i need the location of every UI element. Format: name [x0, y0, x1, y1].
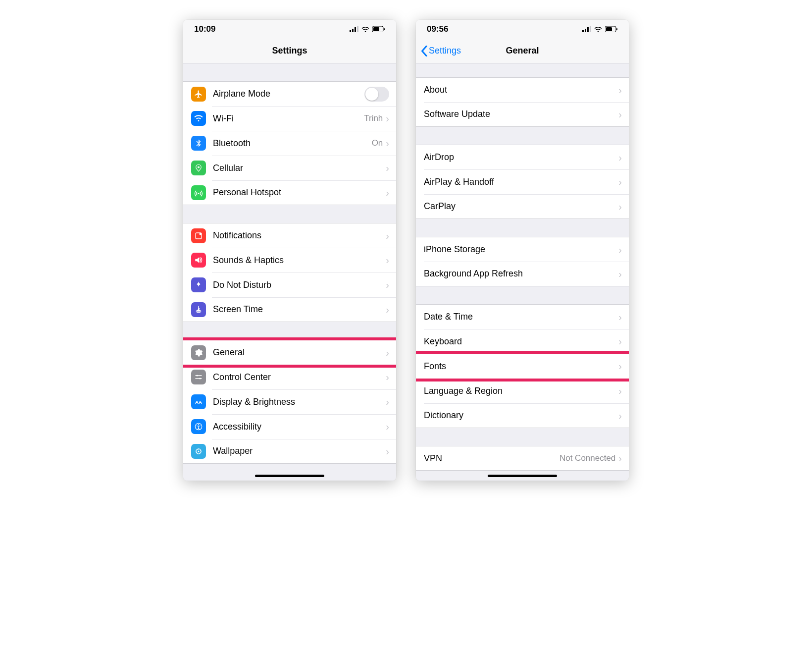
- bluetooth-icon: [191, 136, 206, 151]
- svg-rect-21: [590, 26, 591, 32]
- signal-icon: [350, 26, 358, 32]
- row-separator: [212, 156, 396, 156]
- group-spacer: [183, 63, 396, 81]
- battery-icon: [605, 26, 618, 32]
- row-control-center[interactable]: Control Center›: [183, 365, 396, 389]
- row-screen-time[interactable]: Screen Time›: [183, 297, 396, 322]
- status-indicators: [350, 26, 385, 32]
- row-label: Accessibility: [213, 422, 386, 432]
- status-bar: 09:56: [416, 20, 629, 39]
- wifi-status-icon: [361, 26, 369, 32]
- settings-group: iPhone Storage›Background App Refresh›: [416, 237, 629, 286]
- row-sounds-haptics[interactable]: Sounds & Haptics›: [183, 248, 396, 272]
- row-bluetooth[interactable]: BluetoothOn›: [183, 131, 396, 156]
- row-display-brightness[interactable]: AADisplay & Brightness›: [183, 389, 396, 414]
- row-label: Cellular: [213, 163, 386, 173]
- display-icon: AA: [191, 394, 206, 409]
- controlcenter-icon: [191, 370, 206, 384]
- row-accessibility[interactable]: Accessibility›: [183, 414, 396, 439]
- row-value: On: [372, 138, 383, 148]
- chevron-right-icon: ›: [618, 386, 622, 396]
- sounds-icon: [191, 253, 206, 268]
- svg-rect-3: [357, 26, 358, 32]
- row-label: AirDrop: [424, 152, 618, 163]
- row-separator: [212, 297, 396, 298]
- general-list[interactable]: About›Software Update›AirDrop›AirPlay & …: [416, 63, 629, 481]
- row-separator: [424, 169, 629, 170]
- dnd-icon: [191, 277, 206, 292]
- row-separator: [424, 354, 629, 354]
- toggle-switch[interactable]: [364, 87, 389, 102]
- row-personal-hotspot[interactable]: Personal Hotspot›: [183, 180, 396, 205]
- row-separator: [212, 439, 396, 439]
- row-label: Display & Brightness: [213, 397, 386, 407]
- chevron-right-icon: ›: [386, 348, 389, 358]
- chevron-left-icon: [421, 46, 428, 56]
- row-separator: [424, 379, 629, 379]
- home-indicator[interactable]: [488, 475, 557, 477]
- hotspot-icon: [191, 185, 206, 200]
- row-cellular[interactable]: Cellular›: [183, 156, 396, 180]
- row-notifications[interactable]: Notifications›: [183, 223, 396, 248]
- row-label: Screen Time: [213, 304, 386, 315]
- row-about[interactable]: About›: [416, 77, 629, 102]
- chevron-right-icon: ›: [618, 202, 622, 212]
- row-date-time[interactable]: Date & Time›: [416, 304, 629, 329]
- settings-group: Notifications›Sounds & Haptics›Do Not Di…: [183, 223, 396, 322]
- chevron-right-icon: ›: [618, 453, 622, 463]
- row-label: iPhone Storage: [424, 244, 618, 255]
- row-separator: [212, 414, 396, 415]
- settings-group: Airplane ModeWi-FiTrinh›BluetoothOn›Cell…: [183, 81, 396, 205]
- row-do-not-disturb[interactable]: Do Not Disturb›: [183, 272, 396, 297]
- row-fonts[interactable]: Fonts›: [416, 354, 629, 379]
- row-iphone-storage[interactable]: iPhone Storage›: [416, 237, 629, 262]
- row-wallpaper[interactable]: Wallpaper›: [183, 439, 396, 464]
- row-airplane-mode[interactable]: Airplane Mode: [183, 81, 396, 106]
- signal-icon: [582, 26, 591, 32]
- chevron-right-icon: ›: [386, 188, 389, 198]
- row-airdrop[interactable]: AirDrop›: [416, 145, 629, 169]
- svg-rect-2: [355, 27, 356, 32]
- airplane-icon: [191, 87, 206, 102]
- row-general[interactable]: General›: [183, 340, 396, 365]
- accessibility-icon: [191, 419, 206, 434]
- row-separator: [212, 106, 396, 107]
- row-label: General: [213, 347, 386, 358]
- row-background-app-refresh[interactable]: Background App Refresh›: [416, 262, 629, 286]
- row-separator: [424, 102, 629, 103]
- chevron-right-icon: ›: [618, 109, 622, 119]
- row-separator: [212, 131, 396, 131]
- row-carplay[interactable]: CarPlay›: [416, 194, 629, 219]
- row-separator: [212, 272, 396, 273]
- chevron-right-icon: ›: [386, 163, 389, 173]
- row-value: Not Connected: [559, 453, 615, 463]
- row-separator: [424, 262, 629, 262]
- row-vpn[interactable]: VPNNot Connected›: [416, 446, 629, 471]
- group-spacer: [416, 63, 629, 77]
- row-airplay-handoff[interactable]: AirPlay & Handoff›: [416, 169, 629, 194]
- chevron-right-icon: ›: [618, 177, 622, 187]
- row-label: Language & Region: [424, 386, 618, 396]
- chevron-right-icon: ›: [618, 411, 622, 421]
- svg-point-17: [198, 450, 200, 452]
- settings-list[interactable]: Airplane ModeWi-FiTrinh›BluetoothOn›Cell…: [183, 63, 396, 481]
- svg-text:AA: AA: [195, 399, 202, 405]
- chevron-right-icon: ›: [618, 361, 622, 371]
- row-label: AirPlay & Handoff: [424, 177, 618, 187]
- chevron-right-icon: ›: [386, 231, 389, 241]
- row-label: VPN: [424, 453, 559, 464]
- row-label: Software Update: [424, 109, 618, 119]
- settings-group: General›Control Center›AADisplay & Brigh…: [183, 340, 396, 464]
- row-language-region[interactable]: Language & Region›: [416, 379, 629, 403]
- battery-icon: [372, 26, 385, 32]
- row-label: Wi-Fi: [213, 113, 364, 124]
- back-button[interactable]: Settings: [421, 46, 461, 56]
- wifi-icon: [191, 111, 206, 126]
- row-software-update[interactable]: Software Update›: [416, 102, 629, 127]
- settings-group: About›Software Update›: [416, 77, 629, 127]
- row-dictionary[interactable]: Dictionary›: [416, 403, 629, 428]
- row-keyboard[interactable]: Keyboard›: [416, 329, 629, 354]
- row-wi-fi[interactable]: Wi-FiTrinh›: [183, 106, 396, 131]
- home-indicator[interactable]: [255, 475, 324, 477]
- row-label: Wallpaper: [213, 446, 386, 456]
